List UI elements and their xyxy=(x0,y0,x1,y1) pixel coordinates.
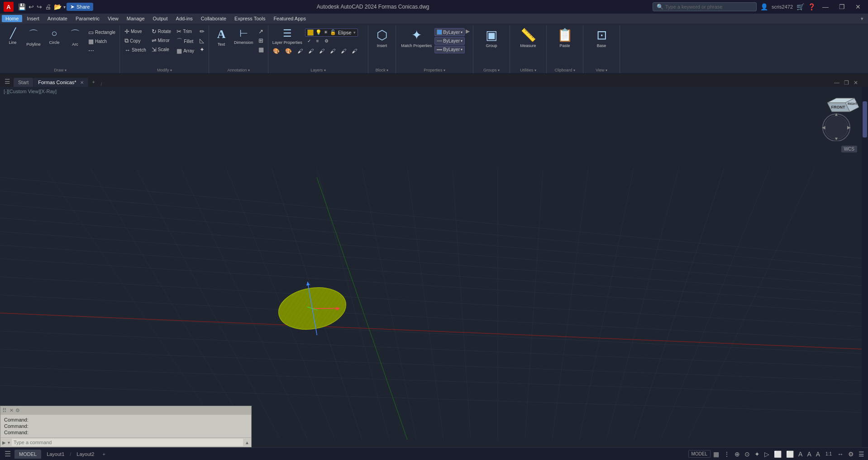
user-icon[interactable]: 👤 xyxy=(760,3,768,10)
lineweight-dropdown[interactable]: ByLayer ▾ xyxy=(434,46,465,53)
menu-addins[interactable]: Add-ins xyxy=(172,15,196,22)
lwt-toggle[interactable]: ⬜ xyxy=(772,450,783,459)
chamfer-button[interactable]: ◺ xyxy=(197,36,207,45)
layer-tools-btn[interactable]: ⚙ xyxy=(322,38,331,44)
hatch-button[interactable]: ▦ Hatch xyxy=(86,37,118,46)
array-button[interactable]: ▦ Array xyxy=(174,47,196,55)
base-button[interactable]: ⊡ Base xyxy=(591,26,611,49)
arc-button[interactable]: ⌒ Arc xyxy=(65,26,85,48)
cart-icon[interactable]: 🛒 xyxy=(796,3,804,10)
viewport-close-btn[interactable]: ✕ xyxy=(852,79,860,87)
command-scroll-up[interactable]: ▲ xyxy=(245,440,249,445)
erase-button[interactable]: ✏ xyxy=(197,27,207,36)
maximize-btn[interactable]: ❐ xyxy=(835,2,848,11)
more-draw-button[interactable]: ⋯ xyxy=(86,46,118,55)
open-icon[interactable]: 📂 xyxy=(53,3,62,10)
menu-parametric[interactable]: Parametric xyxy=(72,15,103,22)
scale-button[interactable]: ⇲ Scale xyxy=(149,45,173,54)
save-icon[interactable]: 💾 xyxy=(17,3,27,10)
command-header[interactable]: ⠿ ✕ ⚙ xyxy=(0,406,251,415)
color-btn2[interactable]: 🎨 xyxy=(283,47,294,55)
help-icon[interactable]: ❓ xyxy=(808,3,816,10)
paste-button[interactable]: 📋 Paste xyxy=(555,26,575,49)
move-button[interactable]: ✛ Move xyxy=(122,27,148,36)
share-button[interactable]: ➤ Share xyxy=(67,3,93,11)
layout2-tab[interactable]: Layout2 xyxy=(72,450,99,459)
viewport-minimize-btn[interactable]: — xyxy=(832,79,841,87)
layout1-tab[interactable]: Layout1 xyxy=(42,450,69,459)
tab-formas-conicas[interactable]: Formas Conicas* ✕ xyxy=(33,78,88,87)
trim-button[interactable]: ✂ Trim xyxy=(174,27,196,36)
measure-button[interactable]: 📏 Measure xyxy=(518,26,538,49)
match-properties-button[interactable]: ✦ Match Properties xyxy=(399,26,434,49)
add-tab-button[interactable]: + xyxy=(89,77,99,87)
workspace-toggle[interactable]: ⚙ xyxy=(846,450,856,459)
color-btn3[interactable]: 🖌 xyxy=(295,47,305,55)
otrack-toggle[interactable]: ▷ xyxy=(763,450,771,459)
menu-featured-apps[interactable]: Featured Apps xyxy=(270,15,310,22)
redo-icon[interactable]: ↪ xyxy=(36,3,43,10)
search-box[interactable]: 🔍 Type a keyword or phrase xyxy=(653,2,757,11)
color-btn7[interactable]: 🖌 xyxy=(339,47,348,55)
scroll-thumb[interactable] xyxy=(863,101,867,138)
command-dropdown-icon[interactable]: ▾ xyxy=(8,440,10,445)
annotation-scale[interactable]: ↔ xyxy=(835,450,845,459)
grid-toggle[interactable]: ▦ xyxy=(711,450,721,459)
group-button[interactable]: ▣ Group xyxy=(482,26,501,49)
polar-toggle[interactable]: ⊙ xyxy=(743,450,752,459)
close-tab-icon[interactable]: ✕ xyxy=(80,80,84,85)
annotation-more[interactable]: ▦ xyxy=(256,45,266,54)
undo-icon[interactable]: ↩ xyxy=(28,3,35,10)
layer-dropdown[interactable]: 💡 ☀ 🔓 Elipse ▾ xyxy=(305,28,358,37)
transparency-toggle[interactable]: ⬜ xyxy=(784,450,796,459)
vertical-scrollbar[interactable] xyxy=(862,87,868,447)
close-btn[interactable]: ✕ xyxy=(852,2,864,11)
viewport-restore-btn[interactable]: ❐ xyxy=(842,79,851,87)
insert-button[interactable]: ⬡ Insert xyxy=(372,26,392,49)
selection-cycling[interactable]: A xyxy=(796,450,804,459)
ortho-toggle[interactable]: ⊕ xyxy=(733,450,742,459)
menu-express-tools[interactable]: Express Tools xyxy=(231,15,269,22)
properties-panel-btn[interactable]: ▶ xyxy=(466,28,470,34)
color-btn4[interactable]: 🖌 xyxy=(306,47,316,55)
print-icon[interactable]: 🖨 xyxy=(44,3,52,10)
stretch-button[interactable]: ↔ Stretch xyxy=(122,46,148,54)
osnap-toggle[interactable]: ✦ xyxy=(753,450,762,459)
dynamic-ucs[interactable]: A xyxy=(814,450,822,459)
model-tab[interactable]: MODEL xyxy=(14,450,41,459)
viewport[interactable]: [-][Custom View][X-Ray] ▲ ▼ ◀ ▶ FRONT RI… xyxy=(0,87,868,447)
polyline-button[interactable]: ⌒ Polyline xyxy=(24,26,43,48)
menu-manage[interactable]: Manage xyxy=(123,15,148,22)
mirror-button[interactable]: ⇌ Mirror xyxy=(149,36,173,45)
scale-indicator[interactable]: 1:1 xyxy=(823,451,835,457)
copy-button[interactable]: ⧉ Copy xyxy=(122,36,148,45)
layer-properties-button[interactable]: ☰ Layer Properties xyxy=(271,26,304,46)
circle-button[interactable]: ○ Circle xyxy=(44,26,64,48)
multileader-button[interactable]: ↗ xyxy=(256,27,266,36)
linetype-dropdown[interactable]: ByLayer ▾ xyxy=(434,37,465,45)
menu-home[interactable]: Home xyxy=(2,15,22,22)
menu-annotate[interactable]: Annotate xyxy=(44,15,71,22)
color-btn6[interactable]: 🖌 xyxy=(328,47,338,55)
command-input[interactable] xyxy=(12,439,243,446)
color-btn1[interactable]: 🎨 xyxy=(271,47,282,55)
layer-state-btn[interactable]: ≡ xyxy=(314,38,321,44)
menu-view[interactable]: View xyxy=(104,15,122,22)
rotate-button[interactable]: ↻ Rotate xyxy=(149,27,173,36)
3d-osnap[interactable]: A xyxy=(805,450,813,459)
ribbon-overflow[interactable]: ▾ xyxy=(858,15,866,23)
command-close-icon[interactable]: ✕ xyxy=(10,408,14,413)
minimize-btn[interactable]: — xyxy=(819,2,832,11)
model-indicator[interactable]: MODEL xyxy=(688,450,711,458)
ui-toggle[interactable]: ☰ xyxy=(857,450,866,459)
menu-collaborate[interactable]: Collaborate xyxy=(197,15,230,22)
line-button[interactable]: ╱ Line xyxy=(3,26,23,48)
hamburger-icon[interactable]: ☰ xyxy=(2,76,13,87)
menu-output[interactable]: Output xyxy=(149,15,172,22)
color-btn8[interactable]: 🖌 xyxy=(349,47,359,55)
make-current-layer-btn[interactable]: ✓ xyxy=(305,38,313,44)
explode-button[interactable]: ✦ xyxy=(197,45,207,54)
add-layout-btn[interactable]: + xyxy=(100,450,108,459)
color-dropdown[interactable]: ByLayer ▾ xyxy=(434,28,465,36)
dropdown-arrow[interactable]: ▾ xyxy=(63,5,66,9)
